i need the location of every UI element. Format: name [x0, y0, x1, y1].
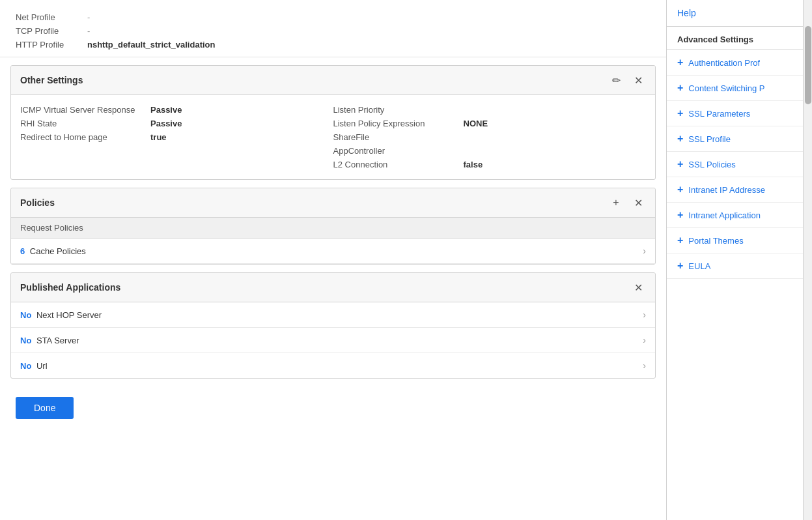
icmp-row: ICMP Virtual Server Response Passive [20, 103, 333, 117]
advanced-item-label-ssl-parameters: SSL Parameters [688, 109, 750, 119]
other-settings-title: Other Settings [20, 75, 83, 85]
sta-server-text: No STA Server [20, 336, 79, 345]
policies-add-button[interactable]: + [608, 195, 624, 210]
cache-policies-chevron-icon: › [643, 246, 646, 256]
listen-policy-label: Listen Policy Expression [333, 119, 464, 128]
policies-title: Policies [20, 197, 55, 208]
sharefile-row: ShareFile [333, 130, 647, 144]
cache-policies-row[interactable]: 6 Cache Policies › [11, 238, 655, 264]
cache-policies-text: 6 Cache Policies [20, 246, 86, 256]
published-applications-actions: ✕ [630, 280, 646, 295]
advanced-item-intranet-ip[interactable]: + Intranet IP Addresse [667, 177, 803, 203]
advanced-item-ssl-policies[interactable]: + SSL Policies [667, 152, 803, 177]
plus-icon-intranet-ip: + [677, 184, 683, 195]
advanced-item-label-auth-profile: Authentication Prof [688, 58, 760, 68]
other-settings-close-button[interactable]: ✕ [630, 72, 646, 88]
request-policies-bar: Request Policies [11, 218, 655, 238]
l2connection-row: L2 Connection false [333, 158, 647, 171]
next-hop-label: Next HOP Server [36, 310, 102, 320]
other-settings-left: ICMP Virtual Server Response Passive RHI… [20, 103, 333, 171]
plus-icon-ssl-profile: + [677, 133, 683, 145]
published-applications-title: Published Applications [20, 282, 120, 293]
net-profile-label: Net Profile [16, 12, 87, 22]
advanced-item-label-eula: EULA [688, 261, 710, 271]
published-applications-header: Published Applications ✕ [11, 273, 655, 302]
next-hop-server-row[interactable]: No Next HOP Server › [11, 302, 655, 328]
advanced-item-label-content-switching: Content Switching P [688, 83, 764, 93]
other-settings-edit-button[interactable]: ✏ [608, 72, 624, 88]
redirect-row: Redirect to Home page true [20, 130, 333, 144]
redirect-value: true [150, 132, 167, 142]
other-settings-card: Other Settings ✏ ✕ ICMP Virtual Server R… [10, 65, 656, 180]
tcp-profile-row: TCP Profile - [16, 24, 651, 38]
url-text: No Url [20, 361, 48, 371]
done-section: Done [0, 386, 666, 429]
url-chevron-icon: › [643, 360, 646, 371]
plus-icon-ssl-parameters: + [677, 108, 683, 119]
plus-icon-portal-themes: + [677, 235, 683, 246]
main-content: Net Profile - TCP Profile - HTTP Profile… [0, 0, 666, 520]
listen-priority-label: Listen Priority [333, 105, 464, 115]
advanced-settings-header: Advanced Settings [667, 27, 803, 50]
listen-policy-value: NONE [464, 119, 488, 128]
l2connection-label: L2 Connection [333, 160, 464, 169]
sta-label: STA Server [36, 336, 79, 345]
sta-no-label: No [20, 336, 31, 345]
other-settings-actions: ✏ ✕ [608, 72, 646, 88]
rhi-label: RHI State [20, 119, 150, 128]
advanced-item-ssl-profile[interactable]: + SSL Profile [667, 126, 803, 152]
help-section: Help [667, 0, 803, 27]
scrollbar-thumb[interactable] [805, 26, 811, 104]
rhi-row: RHI State Passive [20, 117, 333, 130]
advanced-item-intranet-app[interactable]: + Intranet Application [667, 203, 803, 228]
listen-policy-row: Listen Policy Expression NONE [333, 117, 647, 130]
plus-icon-ssl-policies: + [677, 158, 683, 170]
other-settings-header: Other Settings ✏ ✕ [11, 66, 655, 95]
help-link[interactable]: Help [677, 8, 696, 18]
advanced-item-label-intranet-app: Intranet Application [688, 210, 761, 220]
advanced-item-label-ssl-policies: SSL Policies [688, 160, 736, 169]
url-no-label: No [20, 361, 31, 371]
other-settings-right: Listen Priority Listen Policy Expression… [333, 103, 647, 171]
advanced-settings-list: + Authentication Prof + Content Switchin… [667, 50, 803, 520]
advanced-item-label-portal-themes: Portal Themes [688, 236, 743, 246]
request-policies-label: Request Policies [20, 223, 83, 233]
cache-policies-count: 6 [20, 246, 25, 256]
published-applications-close-button[interactable]: ✕ [630, 280, 646, 295]
advanced-item-portal-themes[interactable]: + Portal Themes [667, 228, 803, 253]
http-profile-label: HTTP Profile [16, 40, 87, 50]
url-row[interactable]: No Url › [11, 353, 655, 378]
tcp-profile-value: - [87, 26, 90, 36]
advanced-item-content-switching[interactable]: + Content Switching P [667, 76, 803, 101]
listen-priority-row: Listen Priority [333, 103, 647, 117]
l2connection-value: false [464, 160, 483, 169]
policies-card: Policies + ✕ Request Policies 6 Cache Po… [10, 188, 656, 265]
next-hop-chevron-icon: › [643, 310, 646, 320]
next-hop-server-text: No Next HOP Server [20, 310, 102, 320]
scrollbar-area [803, 0, 812, 520]
icmp-value: Passive [150, 105, 182, 115]
plus-icon: + [677, 57, 683, 68]
policies-close-button[interactable]: ✕ [630, 195, 646, 210]
sta-server-row[interactable]: No STA Server › [11, 328, 655, 353]
sta-chevron-icon: › [643, 335, 646, 345]
net-profile-value: - [87, 12, 90, 22]
done-button[interactable]: Done [16, 397, 74, 419]
advanced-item-ssl-parameters[interactable]: + SSL Parameters [667, 101, 803, 126]
url-label: Url [36, 361, 48, 371]
published-applications-card: Published Applications ✕ No Next HOP Ser… [10, 272, 656, 379]
appcontroller-label: AppController [333, 146, 464, 156]
profiles-section: Net Profile - TCP Profile - HTTP Profile… [0, 0, 666, 57]
http-profile-value: nshttp_default_strict_validation [87, 40, 215, 50]
tcp-profile-label: TCP Profile [16, 26, 87, 36]
plus-icon-content-switching: + [677, 82, 683, 94]
policies-actions: + ✕ [608, 195, 646, 210]
advanced-item-auth-profile[interactable]: + Authentication Prof [667, 50, 803, 76]
sharefile-label: ShareFile [333, 132, 464, 142]
advanced-item-label-intranet-ip: Intranet IP Addresse [688, 185, 765, 195]
appcontroller-row: AppController [333, 144, 647, 158]
net-profile-row: Net Profile - [16, 10, 651, 24]
next-hop-no-label: No [20, 310, 31, 320]
plus-icon-eula: + [677, 260, 683, 272]
advanced-item-eula[interactable]: + EULA [667, 253, 803, 279]
